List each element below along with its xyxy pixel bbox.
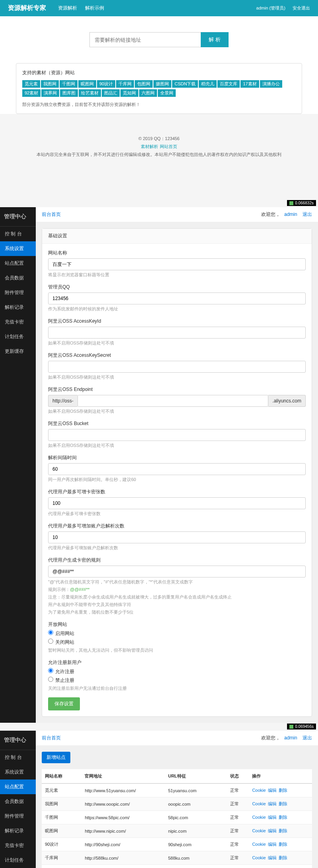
col-header: 官网地址 [81, 769, 165, 783]
breadcrumb[interactable]: 前台首页 [42, 211, 61, 218]
footer-links[interactable]: 素材解析 网站首页 [141, 144, 177, 149]
add-site-button[interactable]: 新增站点 [42, 752, 70, 763]
menu-item[interactable]: 计划任务 [0, 329, 36, 344]
site-tag[interactable]: 图品汇 [102, 89, 120, 97]
site-tag[interactable]: 觅知网 [120, 89, 138, 97]
sidebar: 管理中心 控 制 台系统设置站点配置会员数据附件管理解析记录充值卡密计划任务更新… [0, 207, 36, 723]
sidebar: 管理中心 控 制 台系统设置站点配置会员数据附件管理解析记录充值卡密计划任务更新… [0, 731, 36, 868]
menu-item[interactable]: 更新缓存 [0, 344, 36, 359]
save-button[interactable]: 保存设置 [48, 697, 80, 710]
site-tag[interactable]: 92素材 [22, 89, 41, 97]
site-tag[interactable]: CSDN下载 [172, 80, 198, 88]
site-tag[interactable]: 演界网 [41, 89, 59, 97]
site-tag[interactable]: 觅元素 [22, 80, 40, 88]
menu-item[interactable]: 充值卡密 [0, 838, 36, 853]
menu-item[interactable]: 系统设置 [0, 765, 36, 779]
cookie-link[interactable]: Cookie [252, 801, 266, 806]
edit-link[interactable]: 编辑 [268, 815, 277, 820]
nav-parse[interactable]: 资源解析 [58, 5, 77, 12]
sidebar-title: 管理中心 [0, 207, 36, 227]
menu-item[interactable]: 解析记录 [0, 300, 36, 315]
menu-item[interactable]: 站点配置 [0, 256, 36, 271]
edit-link[interactable]: 编辑 [268, 842, 277, 847]
site-tag[interactable]: 千库网 [116, 80, 134, 88]
support-box: 支持的素材（资源）网站 觅元素我图网千图网昵图网90设计千库网包图网摄图网CSD… [16, 63, 302, 114]
site-tag[interactable]: 我图网 [41, 80, 59, 88]
menu-item[interactable]: 附件管理 [0, 285, 36, 300]
delete-link[interactable]: 删除 [279, 855, 287, 860]
disclaimer: 本站内容完全来自于互联网，并不对其进行任何编辑或修改。本站用户不能侵犯包括他人的… [8, 152, 310, 158]
admin-qq-input[interactable] [48, 293, 306, 304]
site-tag[interactable]: 包图网 [135, 80, 153, 88]
site-tag[interactable]: 绘艺素材 [79, 89, 101, 97]
edit-link[interactable]: 编辑 [268, 801, 277, 806]
parse-button[interactable]: 解 析 [201, 32, 229, 47]
menu-item[interactable]: 控 制 台 [0, 750, 36, 765]
delete-link[interactable]: 删除 [279, 788, 287, 793]
logout-link[interactable]: 安全退出 [293, 6, 310, 10]
delete-link[interactable]: 删除 [279, 815, 287, 820]
site-tag[interactable]: 稻壳儿 [199, 80, 217, 88]
oss-keysecret-input[interactable] [48, 361, 306, 373]
menu-item[interactable]: 会员数据 [0, 271, 36, 285]
brand: 资源解析专家 [8, 4, 46, 12]
interval-input[interactable] [48, 463, 306, 475]
reg-on-radio[interactable] [48, 668, 53, 673]
edit-link[interactable]: 编辑 [268, 828, 277, 833]
menu-item[interactable]: 系统设置 [0, 241, 36, 256]
max-parse-input[interactable] [48, 531, 306, 543]
cookie-link[interactable]: Cookie [252, 855, 266, 860]
user-link[interactable]: admin [284, 212, 297, 217]
cookie-link[interactable]: Cookie [252, 788, 266, 793]
top-nav: 资源解析专家 资源解析 解析示例 admin (管理员) 安全退出 [0, 0, 318, 16]
user-label[interactable]: admin (管理员) [256, 6, 285, 10]
menu-item[interactable]: 控 制 台 [0, 227, 36, 241]
menu-item[interactable]: 解析记录 [0, 824, 36, 838]
delete-link[interactable]: 删除 [279, 842, 287, 847]
oss-keyid-input[interactable] [48, 327, 306, 339]
oss-bucket-input[interactable] [48, 429, 306, 441]
edit-link[interactable]: 编辑 [268, 788, 277, 793]
menu-item[interactable]: 附件管理 [0, 809, 36, 824]
table-row: 包图网https://ibaotu.com/ibaotu.com正常Cookie… [42, 865, 312, 868]
delete-link[interactable]: 删除 [279, 828, 287, 833]
site-tag[interactable]: 昵图网 [78, 80, 96, 88]
site-tag[interactable]: 17素材 [240, 80, 259, 88]
user-link[interactable]: admin [284, 735, 297, 741]
menu-item[interactable]: 站点配置 [0, 779, 36, 794]
menu-item[interactable]: 计划任务 [0, 853, 36, 868]
site-tag[interactable]: 百度文库 [217, 80, 240, 88]
sidebar-title: 管理中心 [0, 731, 36, 750]
site-tag[interactable]: 六图网 [139, 89, 157, 97]
cookie-link[interactable]: Cookie [252, 842, 266, 847]
site-name-input[interactable] [48, 258, 306, 270]
site-tag[interactable]: 千图网 [60, 80, 78, 88]
edit-link[interactable]: 编辑 [268, 855, 277, 860]
card-rule-input[interactable] [48, 566, 306, 577]
col-header: URL特征 [165, 769, 227, 783]
site-on-radio[interactable] [48, 630, 53, 635]
menu-item[interactable]: 会员数据 [0, 794, 36, 809]
max-cards-input[interactable] [48, 497, 306, 509]
reg-off-radio[interactable] [48, 677, 53, 682]
nav-example[interactable]: 解析示例 [85, 5, 104, 12]
delete-link[interactable]: 删除 [279, 801, 287, 806]
table-row: 千图网https://www.58pic.com/58pic.com正常Cook… [42, 811, 312, 824]
cookie-link[interactable]: Cookie [252, 815, 266, 820]
cookie-link[interactable]: Cookie [252, 828, 266, 833]
perf-badge: 0.066832s [287, 200, 316, 206]
site-tag[interactable]: 90设计 [97, 80, 115, 88]
menu-item[interactable]: 充值卡密 [0, 315, 36, 329]
site-tag[interactable]: 全景网 [158, 89, 176, 97]
footer: © 2019 QQ：123456 素材解析 网站首页 本站内容完全来自于互联网，… [0, 126, 318, 167]
site-tag[interactable]: 演播办公 [260, 80, 282, 88]
breadcrumb[interactable]: 前台首页 [42, 735, 61, 741]
search-input[interactable] [89, 32, 201, 47]
exit-link[interactable]: 退出 [302, 212, 312, 217]
exit-link[interactable]: 退出 [302, 735, 312, 741]
panel-settings-title: 基础设置 [42, 229, 312, 244]
site-tag[interactable]: 摄图网 [153, 80, 171, 88]
oss-endpoint-input[interactable] [78, 395, 269, 407]
site-off-radio[interactable] [48, 639, 53, 644]
site-tag[interactable]: 图库图 [60, 89, 78, 97]
